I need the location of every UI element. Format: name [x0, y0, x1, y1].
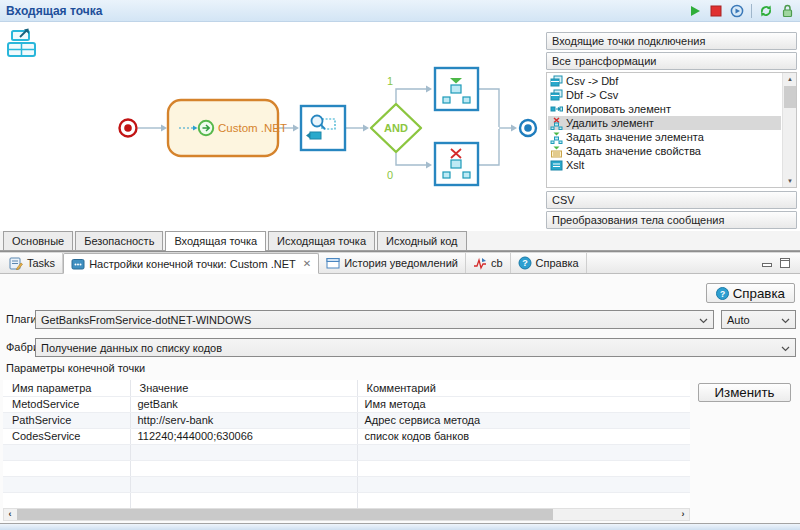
- table-row-empty[interactable]: [3, 492, 690, 508]
- palette-item[interactable]: Задать значение свойства: [548, 144, 781, 158]
- chevron-down-icon: [699, 318, 708, 324]
- editor-toolbar: [688, 4, 794, 18]
- pulse-icon: [473, 257, 487, 270]
- tab-cb[interactable]: cb: [466, 253, 511, 273]
- copy-element-icon: [550, 103, 563, 116]
- set-property-value-icon: [550, 145, 563, 158]
- settings-window-icon: [71, 257, 85, 271]
- view-tab-bar: Tasks Настройки конечной точки: Custom .…: [0, 253, 800, 274]
- xslt-icon: [550, 159, 563, 172]
- horizontal-scrollbar[interactable]: ‹ ›: [3, 508, 690, 521]
- tab-tasks[interactable]: Tasks: [2, 253, 63, 273]
- palette-section-body-transforms[interactable]: Преобразования тела сообщения: [546, 211, 797, 229]
- column-header[interactable]: Значение: [130, 380, 357, 396]
- palette-scrollbar[interactable]: ▲ ▼: [782, 73, 796, 187]
- close-icon[interactable]: ✕: [303, 258, 311, 269]
- csv-to-dbf-icon: [550, 75, 563, 88]
- edit-button[interactable]: Изменить: [698, 383, 791, 402]
- help-icon: ?: [518, 256, 532, 270]
- palette-item[interactable]: Копировать элемент: [548, 102, 781, 116]
- endpoint-settings-view: ? Справка Плагин GetBanksFromService-dot…: [0, 274, 800, 523]
- history-window-icon: [326, 256, 340, 270]
- svg-text:?: ?: [720, 288, 725, 298]
- page-tab-bar: Основные Безопасность Входящая точка Исх…: [0, 231, 800, 251]
- tab-bezopasnost[interactable]: Безопасность: [75, 231, 163, 250]
- editor-body: 1 0 Custom .NET: [0, 22, 800, 231]
- branch-true-label: 1: [387, 75, 393, 87]
- factory-combo[interactable]: Получение данных по списку кодов: [35, 338, 796, 357]
- tab-vhodyashchaya-tochka[interactable]: Входящая точка: [165, 231, 266, 251]
- palette-item[interactable]: Xslt: [548, 158, 781, 172]
- palette-section-csv[interactable]: CSV: [546, 191, 797, 209]
- lock-icon[interactable]: [780, 4, 794, 18]
- set-value-node[interactable]: [435, 68, 478, 110]
- palette-section-incoming[interactable]: Входящие точки подключения: [546, 32, 797, 50]
- application-window: Входящая точка: [0, 0, 800, 530]
- tab-help[interactable]: ? Справка: [511, 253, 587, 273]
- transform-node[interactable]: [301, 106, 345, 150]
- palette-item[interactable]: Задать значение элемента: [548, 130, 781, 144]
- editor-title-bar: Входящая точка: [0, 0, 800, 22]
- column-header[interactable]: Комментарий: [357, 380, 690, 396]
- palette-list: Csv -> Dbf Dbf -> Csv Копировать элемент…: [546, 72, 797, 188]
- scroll-right-icon[interactable]: ›: [677, 509, 689, 520]
- run-icon[interactable]: [688, 4, 702, 18]
- delete-element-node[interactable]: [435, 143, 478, 185]
- scroll-thumb[interactable]: [17, 509, 553, 520]
- and-gateway-node[interactable]: AND: [371, 104, 421, 152]
- minimize-icon[interactable]: [762, 259, 772, 268]
- view-controls: [762, 253, 800, 273]
- tab-notification-history[interactable]: История уведомлений: [319, 253, 466, 273]
- palette-item-selected[interactable]: Удалить элемент: [548, 116, 781, 130]
- table-row-empty[interactable]: [3, 444, 690, 460]
- gateway-label: AND: [384, 122, 408, 134]
- start-event-node[interactable]: [120, 120, 137, 137]
- chevron-down-icon: [781, 346, 790, 352]
- toolbar-separator: [751, 4, 752, 18]
- refresh-icon[interactable]: [759, 4, 773, 18]
- scroll-up-icon[interactable]: ▲: [783, 73, 797, 85]
- table-row-empty[interactable]: [3, 460, 690, 476]
- table-row[interactable]: CodesService 112240;444000;630066 список…: [3, 428, 690, 444]
- table-header-row: Имя параметра Значение Комментарий: [3, 380, 690, 396]
- palette-item[interactable]: Csv -> Dbf: [548, 74, 781, 88]
- table-row-empty[interactable]: [3, 476, 690, 492]
- maximize-icon[interactable]: [780, 258, 790, 268]
- set-element-value-icon: [550, 131, 563, 144]
- chevron-down-icon: [781, 318, 790, 324]
- tab-ishodnyj-kod[interactable]: Исходный код: [377, 231, 467, 250]
- flow-canvas[interactable]: 1 0 Custom .NET: [0, 22, 544, 231]
- table-row[interactable]: MetodService getBank Имя метода: [3, 396, 690, 412]
- palette-item[interactable]: Dbf -> Csv: [548, 88, 781, 102]
- page-title: Входящая точка: [6, 4, 102, 18]
- delete-element-icon: [550, 117, 563, 130]
- tab-ishodyashchaya-tochka[interactable]: Исходящая точка: [268, 231, 375, 250]
- svg-text:?: ?: [522, 258, 528, 268]
- scroll-down-icon[interactable]: ▼: [783, 175, 797, 187]
- window-bottom-border: [0, 523, 800, 530]
- end-event-node[interactable]: [520, 120, 536, 136]
- params-table: Имя параметра Значение Комментарий Metod…: [3, 380, 690, 509]
- custom-net-node[interactable]: Custom .NET: [168, 100, 287, 156]
- plugin-mode-combo[interactable]: Auto: [721, 310, 796, 329]
- scroll-thumb[interactable]: [784, 86, 796, 108]
- plugin-combo[interactable]: GetBanksFromService-dotNET-WINDOWS: [35, 310, 714, 329]
- dbf-to-csv-icon: [550, 89, 563, 102]
- palette-panel: Входящие точки подключения Все трансформ…: [544, 22, 800, 231]
- tab-osnovnye[interactable]: Основные: [3, 231, 73, 250]
- tasks-icon: [9, 256, 23, 270]
- scroll-left-icon[interactable]: ‹: [4, 509, 16, 520]
- tab-endpoint-settings[interactable]: Настройки конечной точки: Custom .NET ✕: [63, 253, 319, 274]
- resume-icon[interactable]: [730, 4, 744, 18]
- branch-false-label: 0: [387, 169, 393, 181]
- table-row[interactable]: PathService http://serv-bank Адрес серви…: [3, 412, 690, 428]
- stop-icon[interactable]: [709, 4, 723, 18]
- canvas-corner-icon: [8, 29, 35, 57]
- column-header[interactable]: Имя параметра: [3, 380, 130, 396]
- help-icon: ?: [716, 287, 729, 300]
- help-button[interactable]: ? Справка: [706, 283, 795, 303]
- params-section-title: Параметры конечной точки: [6, 362, 145, 374]
- custom-net-label: Custom .NET: [218, 122, 287, 134]
- palette-section-transforms[interactable]: Все трансформации: [546, 52, 797, 70]
